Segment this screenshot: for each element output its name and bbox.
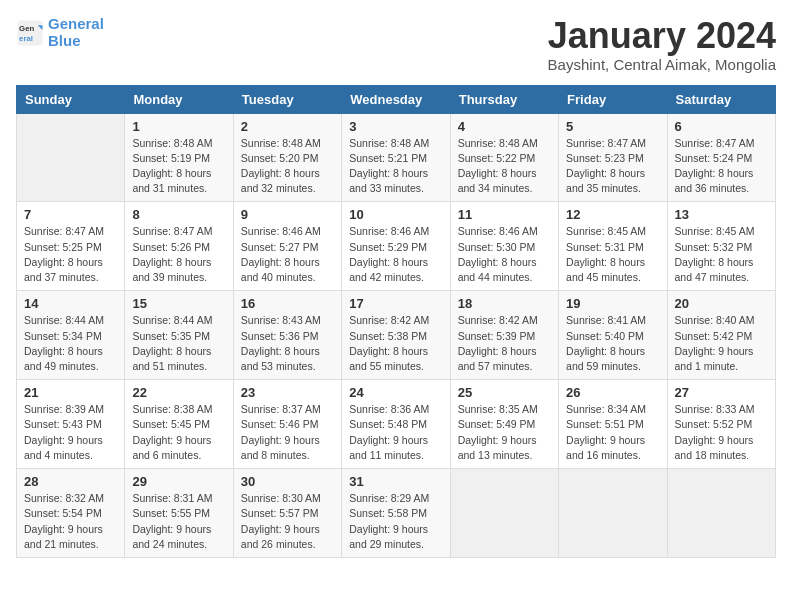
day-cell: 26Sunrise: 8:34 AMSunset: 5:51 PMDayligh… bbox=[559, 380, 667, 469]
day-detail: Sunrise: 8:43 AMSunset: 5:36 PMDaylight:… bbox=[241, 313, 334, 374]
day-detail: Sunrise: 8:45 AMSunset: 5:31 PMDaylight:… bbox=[566, 224, 659, 285]
day-number: 9 bbox=[241, 207, 334, 222]
day-number: 4 bbox=[458, 119, 551, 134]
day-cell: 18Sunrise: 8:42 AMSunset: 5:39 PMDayligh… bbox=[450, 291, 558, 380]
logo-text: GeneralBlue bbox=[48, 16, 104, 49]
day-detail: Sunrise: 8:48 AMSunset: 5:22 PMDaylight:… bbox=[458, 136, 551, 197]
day-number: 6 bbox=[675, 119, 768, 134]
calendar-header-row: SundayMondayTuesdayWednesdayThursdayFrid… bbox=[17, 85, 776, 113]
day-number: 27 bbox=[675, 385, 768, 400]
day-cell: 21Sunrise: 8:39 AMSunset: 5:43 PMDayligh… bbox=[17, 380, 125, 469]
day-detail: Sunrise: 8:34 AMSunset: 5:51 PMDaylight:… bbox=[566, 402, 659, 463]
day-cell: 13Sunrise: 8:45 AMSunset: 5:32 PMDayligh… bbox=[667, 202, 775, 291]
day-number: 24 bbox=[349, 385, 442, 400]
day-detail: Sunrise: 8:44 AMSunset: 5:35 PMDaylight:… bbox=[132, 313, 225, 374]
day-cell: 11Sunrise: 8:46 AMSunset: 5:30 PMDayligh… bbox=[450, 202, 558, 291]
title-block: January 2024 Bayshint, Central Aimak, Mo… bbox=[548, 16, 776, 73]
day-detail: Sunrise: 8:45 AMSunset: 5:32 PMDaylight:… bbox=[675, 224, 768, 285]
day-cell bbox=[559, 469, 667, 558]
day-number: 28 bbox=[24, 474, 117, 489]
day-number: 20 bbox=[675, 296, 768, 311]
day-header-tuesday: Tuesday bbox=[233, 85, 341, 113]
day-detail: Sunrise: 8:35 AMSunset: 5:49 PMDaylight:… bbox=[458, 402, 551, 463]
day-number: 31 bbox=[349, 474, 442, 489]
day-number: 5 bbox=[566, 119, 659, 134]
day-number: 30 bbox=[241, 474, 334, 489]
day-header-saturday: Saturday bbox=[667, 85, 775, 113]
logo-icon: Gen eral bbox=[16, 19, 44, 47]
day-cell: 7Sunrise: 8:47 AMSunset: 5:25 PMDaylight… bbox=[17, 202, 125, 291]
day-detail: Sunrise: 8:40 AMSunset: 5:42 PMDaylight:… bbox=[675, 313, 768, 374]
svg-text:eral: eral bbox=[19, 33, 33, 42]
day-cell: 17Sunrise: 8:42 AMSunset: 5:38 PMDayligh… bbox=[342, 291, 450, 380]
day-detail: Sunrise: 8:46 AMSunset: 5:27 PMDaylight:… bbox=[241, 224, 334, 285]
week-row-4: 21Sunrise: 8:39 AMSunset: 5:43 PMDayligh… bbox=[17, 380, 776, 469]
day-detail: Sunrise: 8:42 AMSunset: 5:38 PMDaylight:… bbox=[349, 313, 442, 374]
week-row-5: 28Sunrise: 8:32 AMSunset: 5:54 PMDayligh… bbox=[17, 469, 776, 558]
month-title: January 2024 bbox=[548, 16, 776, 56]
day-header-monday: Monday bbox=[125, 85, 233, 113]
location-subtitle: Bayshint, Central Aimak, Mongolia bbox=[548, 56, 776, 73]
day-header-friday: Friday bbox=[559, 85, 667, 113]
logo: Gen eral GeneralBlue bbox=[16, 16, 104, 49]
day-number: 21 bbox=[24, 385, 117, 400]
day-detail: Sunrise: 8:46 AMSunset: 5:29 PMDaylight:… bbox=[349, 224, 442, 285]
day-detail: Sunrise: 8:47 AMSunset: 5:25 PMDaylight:… bbox=[24, 224, 117, 285]
day-detail: Sunrise: 8:42 AMSunset: 5:39 PMDaylight:… bbox=[458, 313, 551, 374]
day-detail: Sunrise: 8:47 AMSunset: 5:26 PMDaylight:… bbox=[132, 224, 225, 285]
day-number: 23 bbox=[241, 385, 334, 400]
day-detail: Sunrise: 8:44 AMSunset: 5:34 PMDaylight:… bbox=[24, 313, 117, 374]
day-detail: Sunrise: 8:37 AMSunset: 5:46 PMDaylight:… bbox=[241, 402, 334, 463]
day-cell: 31Sunrise: 8:29 AMSunset: 5:58 PMDayligh… bbox=[342, 469, 450, 558]
day-number: 13 bbox=[675, 207, 768, 222]
calendar-table: SundayMondayTuesdayWednesdayThursdayFrid… bbox=[16, 85, 776, 558]
day-header-sunday: Sunday bbox=[17, 85, 125, 113]
day-cell: 15Sunrise: 8:44 AMSunset: 5:35 PMDayligh… bbox=[125, 291, 233, 380]
calendar-body: 1Sunrise: 8:48 AMSunset: 5:19 PMDaylight… bbox=[17, 113, 776, 557]
day-cell: 24Sunrise: 8:36 AMSunset: 5:48 PMDayligh… bbox=[342, 380, 450, 469]
day-number: 26 bbox=[566, 385, 659, 400]
week-row-1: 1Sunrise: 8:48 AMSunset: 5:19 PMDaylight… bbox=[17, 113, 776, 202]
day-cell: 23Sunrise: 8:37 AMSunset: 5:46 PMDayligh… bbox=[233, 380, 341, 469]
day-number: 7 bbox=[24, 207, 117, 222]
day-cell: 22Sunrise: 8:38 AMSunset: 5:45 PMDayligh… bbox=[125, 380, 233, 469]
day-number: 25 bbox=[458, 385, 551, 400]
day-cell: 4Sunrise: 8:48 AMSunset: 5:22 PMDaylight… bbox=[450, 113, 558, 202]
day-detail: Sunrise: 8:47 AMSunset: 5:23 PMDaylight:… bbox=[566, 136, 659, 197]
day-number: 18 bbox=[458, 296, 551, 311]
day-number: 1 bbox=[132, 119, 225, 134]
day-cell: 3Sunrise: 8:48 AMSunset: 5:21 PMDaylight… bbox=[342, 113, 450, 202]
day-detail: Sunrise: 8:33 AMSunset: 5:52 PMDaylight:… bbox=[675, 402, 768, 463]
day-cell bbox=[17, 113, 125, 202]
day-cell: 6Sunrise: 8:47 AMSunset: 5:24 PMDaylight… bbox=[667, 113, 775, 202]
day-cell: 5Sunrise: 8:47 AMSunset: 5:23 PMDaylight… bbox=[559, 113, 667, 202]
day-detail: Sunrise: 8:48 AMSunset: 5:19 PMDaylight:… bbox=[132, 136, 225, 197]
day-cell: 1Sunrise: 8:48 AMSunset: 5:19 PMDaylight… bbox=[125, 113, 233, 202]
day-cell: 9Sunrise: 8:46 AMSunset: 5:27 PMDaylight… bbox=[233, 202, 341, 291]
day-header-wednesday: Wednesday bbox=[342, 85, 450, 113]
day-cell: 30Sunrise: 8:30 AMSunset: 5:57 PMDayligh… bbox=[233, 469, 341, 558]
day-cell bbox=[450, 469, 558, 558]
day-detail: Sunrise: 8:29 AMSunset: 5:58 PMDaylight:… bbox=[349, 491, 442, 552]
day-number: 22 bbox=[132, 385, 225, 400]
day-cell: 14Sunrise: 8:44 AMSunset: 5:34 PMDayligh… bbox=[17, 291, 125, 380]
day-cell: 8Sunrise: 8:47 AMSunset: 5:26 PMDaylight… bbox=[125, 202, 233, 291]
day-cell: 12Sunrise: 8:45 AMSunset: 5:31 PMDayligh… bbox=[559, 202, 667, 291]
day-number: 2 bbox=[241, 119, 334, 134]
day-cell: 16Sunrise: 8:43 AMSunset: 5:36 PMDayligh… bbox=[233, 291, 341, 380]
day-cell: 20Sunrise: 8:40 AMSunset: 5:42 PMDayligh… bbox=[667, 291, 775, 380]
day-cell: 19Sunrise: 8:41 AMSunset: 5:40 PMDayligh… bbox=[559, 291, 667, 380]
day-number: 29 bbox=[132, 474, 225, 489]
day-cell: 28Sunrise: 8:32 AMSunset: 5:54 PMDayligh… bbox=[17, 469, 125, 558]
day-number: 3 bbox=[349, 119, 442, 134]
day-number: 8 bbox=[132, 207, 225, 222]
day-number: 19 bbox=[566, 296, 659, 311]
day-detail: Sunrise: 8:39 AMSunset: 5:43 PMDaylight:… bbox=[24, 402, 117, 463]
day-number: 10 bbox=[349, 207, 442, 222]
day-detail: Sunrise: 8:47 AMSunset: 5:24 PMDaylight:… bbox=[675, 136, 768, 197]
day-number: 11 bbox=[458, 207, 551, 222]
day-number: 14 bbox=[24, 296, 117, 311]
day-cell: 29Sunrise: 8:31 AMSunset: 5:55 PMDayligh… bbox=[125, 469, 233, 558]
day-cell: 27Sunrise: 8:33 AMSunset: 5:52 PMDayligh… bbox=[667, 380, 775, 469]
day-cell: 2Sunrise: 8:48 AMSunset: 5:20 PMDaylight… bbox=[233, 113, 341, 202]
